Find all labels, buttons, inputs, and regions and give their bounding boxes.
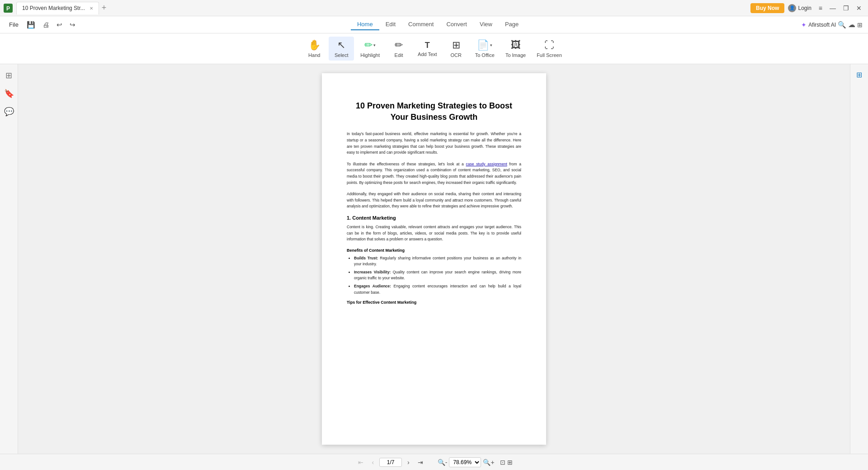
fit-page-button[interactable]: ⊞ bbox=[507, 459, 513, 466]
intro-paragraph-1: In today's fast-paced business world, ef… bbox=[347, 131, 521, 155]
full-screen-icon: ⛶ bbox=[544, 39, 554, 51]
login-label: Login bbox=[798, 5, 811, 11]
left-sidebar: ⊞ 🔖 💬 bbox=[0, 64, 18, 454]
select-label: Select bbox=[335, 52, 349, 58]
edit-tool-button[interactable]: ✏ Edit bbox=[386, 37, 411, 61]
highlight-icon: ✏ bbox=[364, 39, 373, 51]
last-page-button[interactable]: ⇥ bbox=[415, 457, 426, 467]
hand-icon: ✋ bbox=[308, 39, 321, 51]
prev-page-button[interactable]: ‹ bbox=[369, 457, 377, 467]
highlight-tool-button[interactable]: ✏ ▾ Highlight bbox=[356, 37, 384, 61]
save-button[interactable]: 💾 bbox=[24, 19, 38, 31]
tab-page[interactable]: Page bbox=[499, 19, 525, 30]
fit-buttons: ⊡ ⊞ bbox=[500, 459, 513, 466]
tab-edit[interactable]: Edit bbox=[379, 19, 402, 30]
titlebar: P 10 Proven Marketing Str... ✕ + Buy Now… bbox=[0, 0, 868, 16]
full-screen-label: Full Screen bbox=[537, 52, 562, 58]
tab-convert[interactable]: Convert bbox=[440, 19, 473, 30]
ai-area[interactable]: ✦ Afirstsoft AI bbox=[801, 21, 836, 28]
bottom-bar: ⇤ ‹ › ⇥ 🔍- 78.69% 50% 75% 100% 125% 150%… bbox=[0, 454, 868, 470]
benefits-list: Builds Trust: Regularly sharing informat… bbox=[354, 255, 521, 296]
close-button[interactable]: ✕ bbox=[854, 4, 864, 13]
svg-text:P: P bbox=[6, 5, 10, 12]
select-icon: ↖ bbox=[337, 39, 345, 51]
to-image-icon: 🖼 bbox=[511, 39, 521, 51]
search-button[interactable]: 🔍 bbox=[838, 21, 846, 29]
next-page-button[interactable]: › bbox=[405, 457, 412, 467]
document-title: 10 Proven Marketing Strategies to Boost … bbox=[347, 100, 521, 123]
undo-button[interactable]: ↩ bbox=[54, 19, 65, 31]
cloud-icon[interactable]: ☁ bbox=[848, 20, 855, 29]
fit-width-button[interactable]: ⊡ bbox=[500, 459, 505, 466]
ai-label: Afirstsoft AI bbox=[808, 22, 836, 28]
add-text-label: Add Text bbox=[418, 52, 437, 57]
thumbnails-button[interactable]: ⊞ bbox=[3, 68, 15, 83]
file-menu[interactable]: File bbox=[5, 19, 22, 30]
hand-tool-button[interactable]: ✋ Hand bbox=[302, 37, 327, 61]
to-image-tool-button[interactable]: 🖼 To Image bbox=[501, 37, 530, 61]
zoom-in-button[interactable]: 🔍+ bbox=[483, 459, 494, 466]
maximize-button[interactable]: ❐ bbox=[840, 4, 852, 13]
benefit-item-2: Increases Visibility: Quality content ca… bbox=[354, 269, 521, 282]
document-tab[interactable]: 10 Proven Marketing Str... ✕ bbox=[16, 2, 99, 14]
benefits-heading: Benefits of Content Marketing bbox=[347, 248, 521, 253]
nav-tabs: Home Edit Comment Convert View Page bbox=[351, 19, 525, 30]
app-logo: P bbox=[4, 4, 13, 13]
section1-intro: Content is king. Creating valuable, rele… bbox=[347, 224, 521, 243]
to-office-tool-dropdown: 📄 ▾ To Office bbox=[471, 37, 499, 61]
login-area[interactable]: 👤 Login bbox=[788, 4, 811, 12]
hand-label: Hand bbox=[308, 52, 320, 58]
case-study-link[interactable]: case study assignment bbox=[466, 162, 507, 166]
to-office-tool-button[interactable]: 📄 ▾ To Office bbox=[471, 37, 499, 61]
benefit-item-3: Engages Audience: Engaging content encou… bbox=[354, 283, 521, 296]
first-page-button[interactable]: ⇤ bbox=[355, 457, 366, 467]
intro-paragraph-2: To illustrate the effectiveness of these… bbox=[347, 161, 521, 186]
content-area: 10 Proven Marketing Strategies to Boost … bbox=[18, 64, 850, 454]
menubar: File 💾 🖨 ↩ ↪ Home Edit Comment Convert V… bbox=[0, 16, 868, 33]
tab-title: 10 Proven Marketing Str... bbox=[22, 5, 85, 11]
edit-icon: ✏ bbox=[395, 39, 403, 51]
zoom-select[interactable]: 78.69% 50% 75% 100% 125% 150% bbox=[449, 457, 481, 467]
bookmarks-button[interactable]: 🔖 bbox=[1, 86, 17, 101]
window-controls: ≡ — ❐ ✕ bbox=[816, 4, 864, 13]
tips-heading: Tips for Effective Content Marketing bbox=[347, 300, 521, 305]
highlight-dropdown-arrow: ▾ bbox=[373, 43, 376, 47]
expand-icon[interactable]: ⊞ bbox=[857, 21, 863, 28]
full-screen-tool-button[interactable]: ⛶ Full Screen bbox=[532, 37, 566, 61]
toolbar: ✋ Hand ↖ Select ✏ ▾ Highlight ✏ Edit T A… bbox=[0, 33, 868, 64]
tab-view[interactable]: View bbox=[473, 19, 499, 30]
buy-now-button[interactable]: Buy Now bbox=[750, 3, 784, 13]
zoom-out-button[interactable]: 🔍- bbox=[438, 459, 448, 466]
redo-button[interactable]: ↪ bbox=[67, 19, 78, 31]
comments-button[interactable]: 💬 bbox=[1, 104, 17, 119]
highlight-label: Highlight bbox=[360, 52, 380, 58]
right-sidebar: ⊞ bbox=[850, 64, 868, 454]
select-tool-button[interactable]: ↖ Select bbox=[329, 37, 354, 61]
to-office-label: To Office bbox=[475, 52, 495, 58]
minimize-button[interactable]: — bbox=[827, 4, 839, 13]
hamburger-button[interactable]: ≡ bbox=[816, 4, 825, 13]
pdf-page: 10 Proven Marketing Strategies to Boost … bbox=[322, 73, 546, 445]
to-image-label: To Image bbox=[505, 52, 526, 58]
section1-heading: 1. Content Marketing bbox=[347, 215, 521, 221]
edit-label: Edit bbox=[395, 52, 403, 58]
to-office-dropdown-arrow: ▾ bbox=[490, 43, 492, 47]
right-panel-button[interactable]: ⊞ bbox=[854, 68, 865, 82]
page-number-input[interactable] bbox=[379, 458, 402, 467]
tab-home[interactable]: Home bbox=[351, 19, 379, 30]
intro-para2-before-link: To illustrate the effectiveness of these… bbox=[347, 162, 466, 166]
ai-star-icon: ✦ bbox=[801, 21, 807, 28]
print-button[interactable]: 🖨 bbox=[40, 19, 52, 30]
add-text-icon: T bbox=[425, 41, 430, 50]
ocr-tool-button[interactable]: ⊞ OCR bbox=[443, 37, 469, 61]
main-area: ⊞ 🔖 💬 10 Proven Marketing Strategies to … bbox=[0, 64, 868, 454]
tab-close-button[interactable]: ✕ bbox=[90, 6, 93, 11]
intro-paragraph-3: Additionally, they engaged with their au… bbox=[347, 191, 521, 210]
ocr-icon: ⊞ bbox=[452, 39, 460, 51]
tab-comment[interactable]: Comment bbox=[402, 19, 440, 30]
add-text-tool-button[interactable]: T Add Text bbox=[413, 38, 442, 60]
to-office-icon: 📄 bbox=[477, 39, 489, 51]
add-tab-button[interactable]: + bbox=[102, 3, 107, 13]
pdf-viewport[interactable]: 10 Proven Marketing Strategies to Boost … bbox=[18, 64, 850, 454]
zoom-control: 🔍- 78.69% 50% 75% 100% 125% 150% 🔍+ bbox=[438, 457, 495, 467]
